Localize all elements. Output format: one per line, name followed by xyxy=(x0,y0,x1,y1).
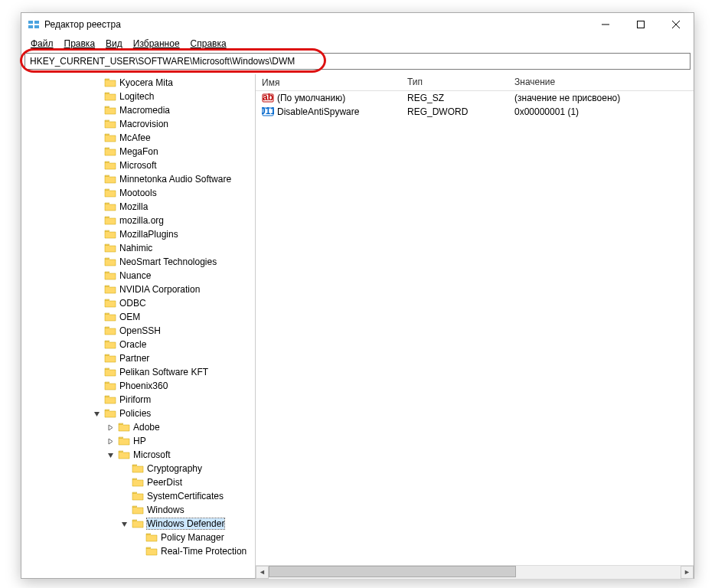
folder-icon xyxy=(104,408,116,419)
tree-item[interactable]: SystemCertificates xyxy=(21,489,255,503)
menu-file[interactable]: Файл xyxy=(26,37,58,51)
tree-item[interactable]: OpenSSH xyxy=(21,324,255,338)
tree-item[interactable]: Kyocera Mita xyxy=(21,76,255,90)
svg-rect-0 xyxy=(28,21,33,24)
folder-icon xyxy=(104,243,116,253)
tree-item[interactable]: mozilla.org xyxy=(21,214,255,227)
tree-item[interactable]: Mozilla xyxy=(21,200,255,214)
folder-icon xyxy=(132,505,144,515)
tree-item-label: Minnetonka Audio Software xyxy=(119,174,231,185)
tree-item[interactable]: Pelikan Software KFT xyxy=(21,365,255,379)
folder-icon xyxy=(104,312,116,322)
tree-item[interactable]: PeerDist xyxy=(21,475,255,489)
tree-item[interactable]: Macromedia xyxy=(21,103,255,117)
titlebar[interactable]: Редактор реестра xyxy=(21,13,694,36)
tree-item-label: Mootools xyxy=(119,188,157,198)
tree-item[interactable]: Logitech xyxy=(21,90,255,103)
menubar: Файл Правка Вид Избранное Справка xyxy=(21,36,694,51)
menu-help[interactable]: Справка xyxy=(186,37,231,51)
tree-item[interactable]: Minnetonka Audio Software xyxy=(21,172,255,186)
folder-icon xyxy=(104,381,116,391)
folder-icon xyxy=(145,546,158,557)
col-type[interactable]: Тип xyxy=(401,74,508,90)
menu-edit[interactable]: Правка xyxy=(60,37,100,51)
tree-item-label: Oracle xyxy=(119,339,146,350)
tree-pane[interactable]: Kyocera MitaLogitechMacromediaMacrovisio… xyxy=(21,74,256,578)
tree-item[interactable]: Policy Manager xyxy=(21,531,255,544)
folder-icon xyxy=(104,201,116,212)
tree-item[interactable]: ODBC xyxy=(21,296,255,310)
menu-view[interactable]: Вид xyxy=(101,37,127,51)
tree-item-label: NeoSmart Technologies xyxy=(119,256,217,267)
tree-item[interactable]: Microsoft xyxy=(21,448,255,462)
folder-icon xyxy=(132,491,144,501)
close-button[interactable] xyxy=(658,13,694,36)
address-input[interactable] xyxy=(24,53,691,70)
value-data: (значение не присвоено) xyxy=(508,93,694,103)
tree-item[interactable]: Partner xyxy=(21,351,255,365)
tree-item[interactable]: Real-Time Protection xyxy=(21,544,255,558)
tree-item[interactable]: NVIDIA Corporation xyxy=(21,283,255,296)
tree-item-label: Microsoft xyxy=(133,449,171,460)
tree-item[interactable]: Nuance xyxy=(21,269,255,283)
svg-text:ab: ab xyxy=(263,93,273,103)
expand-icon[interactable] xyxy=(93,410,104,417)
value-name: (По умолчанию) xyxy=(277,93,345,103)
values-list[interactable]: ab(По умолчанию)REG_SZ(значение не присв… xyxy=(256,91,694,565)
regedit-icon xyxy=(28,18,40,31)
tree-item[interactable]: Windows xyxy=(21,503,255,517)
tree-item[interactable]: Piriform xyxy=(21,393,255,407)
horizontal-scrollbar[interactable]: ◄ ► xyxy=(256,565,694,578)
scroll-track[interactable] xyxy=(269,566,681,579)
value-row[interactable]: ab(По умолчанию)REG_SZ(значение не присв… xyxy=(256,91,694,105)
tree-item[interactable]: Policies xyxy=(21,407,255,420)
tree-item[interactable]: Microsoft xyxy=(21,158,255,172)
tree-item-label: McAfee xyxy=(119,132,151,143)
value-type: REG_SZ xyxy=(401,93,508,103)
tree-item-label: MozillaPlugins xyxy=(119,229,178,240)
tree-item-label: PeerDist xyxy=(147,477,182,488)
tree-item-label: Mozilla xyxy=(119,201,148,212)
scroll-thumb[interactable] xyxy=(269,566,516,577)
tree-item[interactable]: OEM xyxy=(21,310,255,324)
tree-item[interactable]: Phoenix360 xyxy=(21,379,255,393)
tree-item[interactable]: Adobe xyxy=(21,420,255,434)
tree-item-label: Logitech xyxy=(119,91,154,102)
maximize-button[interactable] xyxy=(623,13,658,36)
col-name[interactable]: Имя xyxy=(256,74,401,90)
svg-rect-5 xyxy=(638,21,645,28)
tree-item[interactable]: McAfee xyxy=(21,131,255,145)
expand-icon[interactable] xyxy=(121,521,132,528)
minimize-button[interactable] xyxy=(588,13,623,36)
menu-favorites[interactable]: Избранное xyxy=(129,37,184,51)
value-row[interactable]: 011DisableAntiSpywareREG_DWORD0x00000001… xyxy=(256,105,694,119)
scroll-left-icon[interactable]: ◄ xyxy=(256,566,269,579)
folder-icon xyxy=(104,188,116,198)
expand-icon[interactable] xyxy=(107,438,118,445)
col-value[interactable]: Значение xyxy=(508,74,694,90)
tree-item-label: Nuance xyxy=(119,270,151,281)
tree-item[interactable]: Nahimic xyxy=(21,241,255,255)
expand-icon[interactable] xyxy=(107,424,118,431)
scroll-right-icon[interactable]: ► xyxy=(681,566,694,579)
tree-item[interactable]: Macrovision xyxy=(21,117,255,131)
content-area: Kyocera MitaLogitechMacromediaMacrovisio… xyxy=(21,74,694,578)
tree-item[interactable]: MozillaPlugins xyxy=(21,227,255,241)
svg-rect-3 xyxy=(34,25,39,28)
expand-icon[interactable] xyxy=(107,452,118,459)
tree-item-label: Phoenix360 xyxy=(119,381,168,391)
tree-item[interactable]: NeoSmart Technologies xyxy=(21,255,255,269)
folder-icon xyxy=(104,77,116,88)
tree-item[interactable]: MegaFon xyxy=(21,145,255,158)
tree-item[interactable]: Cryptography xyxy=(21,462,255,475)
folder-icon xyxy=(118,449,130,460)
tree-item[interactable]: Windows Defender xyxy=(21,517,255,531)
tree-item[interactable]: Oracle xyxy=(21,338,255,351)
column-headers[interactable]: Имя Тип Значение xyxy=(256,74,694,91)
folder-icon xyxy=(104,367,116,377)
folder-icon xyxy=(104,174,116,185)
value-name: DisableAntiSpyware xyxy=(277,106,359,117)
tree-item[interactable]: HP xyxy=(21,434,255,448)
tree-item[interactable]: Mootools xyxy=(21,186,255,200)
tree-item-label: Policies xyxy=(119,408,151,419)
